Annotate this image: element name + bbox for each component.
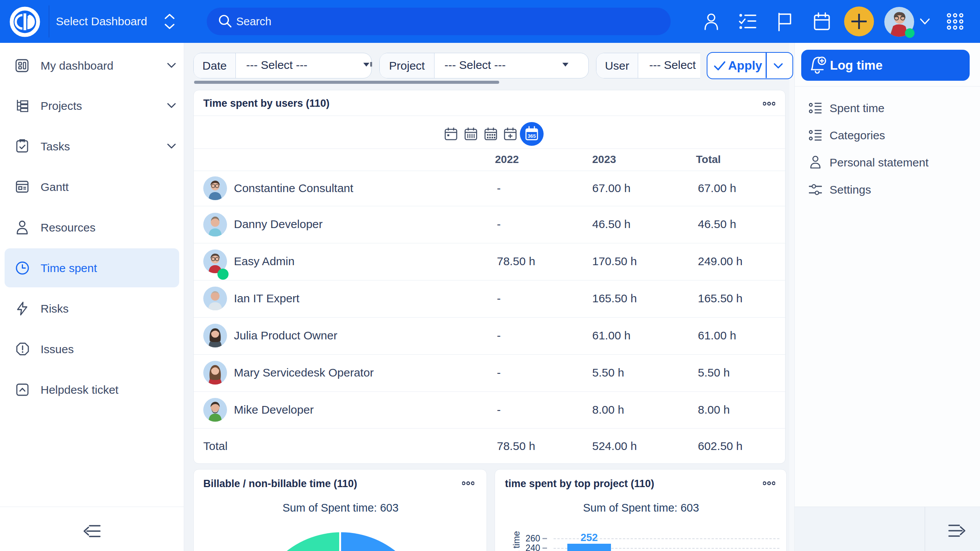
svg-text:365: 365 (528, 133, 536, 139)
